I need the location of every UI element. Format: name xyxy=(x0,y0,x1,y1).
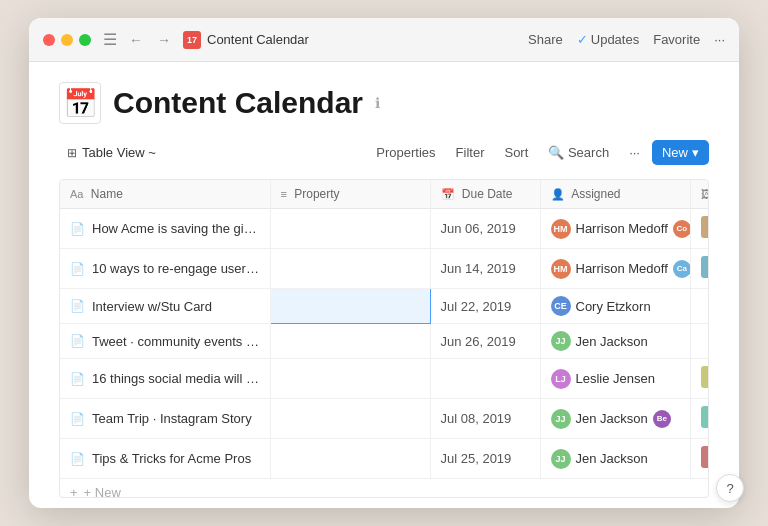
row-name: 10 ways to re-engage users with drip xyxy=(92,261,260,276)
search-button[interactable]: 🔍 Search xyxy=(540,141,617,164)
add-row-button[interactable]: + + New xyxy=(60,479,708,498)
asset-thumbnail xyxy=(701,406,710,428)
table-row[interactable]: 📄Interview w/Stu CardJul 22, 2019CECory … xyxy=(60,289,709,324)
table-icon: ⊞ xyxy=(67,146,77,160)
table-header-row: Aa Name ≡ Property 📅 Due Date 👤 xyxy=(60,180,709,209)
name-cell[interactable]: 📄Tweet · community events kickoff xyxy=(60,324,270,359)
minimize-button[interactable] xyxy=(61,34,73,46)
forward-button[interactable]: → xyxy=(153,30,175,50)
avatar: JJ xyxy=(551,331,571,351)
traffic-lights xyxy=(43,34,91,46)
asset-cell xyxy=(690,249,709,289)
assigned-cell: LJLeslie Jensen xyxy=(540,359,690,399)
page-content: 📅 Content Calendar ℹ ⊞ Table View ~ Prop… xyxy=(29,62,739,508)
sort-button[interactable]: Sort xyxy=(496,141,536,164)
property-cell[interactable] xyxy=(270,359,430,399)
asset-cell xyxy=(690,324,709,359)
table-row[interactable]: 📄10 ways to re-engage users with dripJun… xyxy=(60,249,709,289)
asset-thumbnail xyxy=(701,366,710,388)
new-row-label: + New xyxy=(84,485,121,498)
due-date-cell: Jul 08, 2019 xyxy=(430,399,540,439)
name-cell[interactable]: 📄Interview w/Stu Card xyxy=(60,289,270,324)
avatar: HM xyxy=(551,259,571,279)
doc-icon: 📄 xyxy=(70,372,85,386)
collab-avatars: Be xyxy=(653,410,671,428)
assigned-cell: JJJen JacksonBe xyxy=(540,399,690,439)
share-button[interactable]: Share xyxy=(528,32,563,47)
assigned-name: Jen Jackson xyxy=(576,411,648,426)
table-row[interactable]: 📄16 things social media will never be aL… xyxy=(60,359,709,399)
collab-avatars: Ca xyxy=(673,260,690,278)
back-button[interactable]: ← xyxy=(125,30,147,50)
updates-button[interactable]: ✓ Updates xyxy=(577,32,639,47)
new-button[interactable]: New ▾ xyxy=(652,140,709,165)
property-cell[interactable] xyxy=(270,249,430,289)
more-options-button[interactable]: ··· xyxy=(621,141,648,164)
column-header-name[interactable]: Aa Name xyxy=(60,180,270,209)
collaborator-avatar: Ca xyxy=(673,260,690,278)
property-cell[interactable] xyxy=(270,399,430,439)
table-view-button[interactable]: ⊞ Table View ~ xyxy=(59,141,164,164)
assigned-name: Jen Jackson xyxy=(576,334,648,349)
row-name: Team Trip · Instagram Story xyxy=(92,411,252,426)
doc-icon: 📄 xyxy=(70,262,85,276)
table-row[interactable]: 📄Tips & Tricks for Acme ProsJul 25, 2019… xyxy=(60,439,709,479)
column-header-due-date[interactable]: 📅 Due Date xyxy=(430,180,540,209)
app-window: ☰ ← → 17 Content Calendar Share ✓ Update… xyxy=(29,18,739,508)
column-header-assigned[interactable]: 👤 Assigned xyxy=(540,180,690,209)
row-name: Tweet · community events kickoff xyxy=(92,334,260,349)
assigned-cell: CECory Etzkorn xyxy=(540,289,690,324)
check-icon: ✓ xyxy=(577,32,588,47)
property-cell[interactable] xyxy=(270,289,430,324)
asset-column-icon: 🖼 xyxy=(701,188,710,200)
page-icon-small: 17 xyxy=(183,31,201,49)
window-title: Content Calendar xyxy=(207,32,528,47)
name-column-label: Name xyxy=(91,187,123,201)
nav-buttons: ← → xyxy=(125,30,175,50)
info-icon[interactable]: ℹ xyxy=(375,95,380,111)
column-header-property[interactable]: ≡ Property xyxy=(270,180,430,209)
menu-icon[interactable]: ☰ xyxy=(103,30,117,49)
avatar: HM xyxy=(551,219,571,239)
filter-button[interactable]: Filter xyxy=(448,141,493,164)
property-cell[interactable] xyxy=(270,439,430,479)
row-name: Interview w/Stu Card xyxy=(92,299,212,314)
collaborator-avatar: Co xyxy=(673,220,690,238)
plus-icon: + xyxy=(70,485,78,498)
doc-icon: 📄 xyxy=(70,412,85,426)
table-row[interactable]: 📄Tweet · community events kickoffJun 26,… xyxy=(60,324,709,359)
name-cell[interactable]: 📄Tips & Tricks for Acme Pros xyxy=(60,439,270,479)
name-cell[interactable]: 📄10 ways to re-engage users with drip xyxy=(60,249,270,289)
asset-cell xyxy=(690,289,709,324)
asset-cell xyxy=(690,359,709,399)
favorite-button[interactable]: Favorite xyxy=(653,32,700,47)
page-title: Content Calendar xyxy=(113,86,363,120)
assigned-column-icon: 👤 xyxy=(551,188,565,200)
column-header-asset[interactable]: 🖼 Asse... xyxy=(690,180,709,209)
assigned-cell: JJJen Jackson xyxy=(540,439,690,479)
assigned-name: Harrison Medoff xyxy=(576,261,668,276)
avatar: LJ xyxy=(551,369,571,389)
toolbar: ⊞ Table View ~ Properties Filter Sort 🔍 … xyxy=(59,140,709,171)
name-cell[interactable]: 📄How Acme is saving the giant iguana xyxy=(60,209,270,249)
table-row[interactable]: 📄How Acme is saving the giant iguanaJun … xyxy=(60,209,709,249)
due-date-column-icon: 📅 xyxy=(441,188,455,200)
due-date-cell: Jul 25, 2019 xyxy=(430,439,540,479)
name-cell[interactable]: 📄Team Trip · Instagram Story xyxy=(60,399,270,439)
avatar: JJ xyxy=(551,449,571,469)
name-cell[interactable]: 📄16 things social media will never be a xyxy=(60,359,270,399)
more-button[interactable]: ··· xyxy=(714,32,725,47)
titlebar-actions: Share ✓ Updates Favorite ··· xyxy=(528,32,725,47)
properties-button[interactable]: Properties xyxy=(368,141,443,164)
property-cell[interactable] xyxy=(270,324,430,359)
table-row[interactable]: 📄Team Trip · Instagram StoryJul 08, 2019… xyxy=(60,399,709,439)
property-cell[interactable] xyxy=(270,209,430,249)
due-date-cell xyxy=(430,359,540,399)
view-label: Table View ~ xyxy=(82,145,156,160)
close-button[interactable] xyxy=(43,34,55,46)
help-button[interactable]: ? xyxy=(716,474,744,502)
assigned-cell: JJJen Jackson xyxy=(540,324,690,359)
maximize-button[interactable] xyxy=(79,34,91,46)
asset-cell xyxy=(690,439,709,479)
dropdown-arrow-icon: ▾ xyxy=(692,145,699,160)
